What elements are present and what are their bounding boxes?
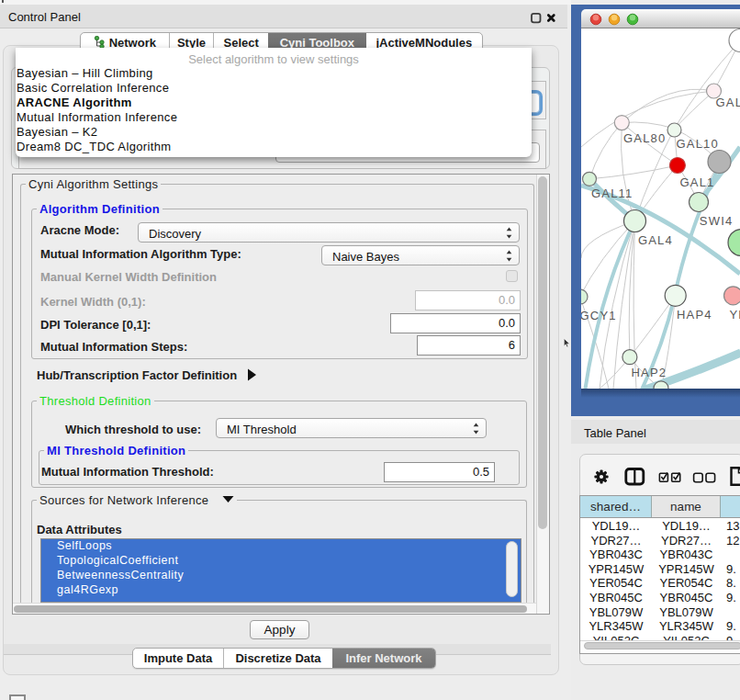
svg-text:SWI4: SWI4 (700, 214, 734, 228)
svg-text:GAL11: GAL11 (591, 186, 633, 200)
svg-text:GAL4: GAL4 (638, 233, 673, 247)
svg-text:GAL1: GAL1 (680, 175, 715, 189)
svg-text:GCY1: GCY1 (581, 309, 617, 322)
svg-text:GAL80: GAL80 (623, 131, 666, 145)
svg-text:YL: YL (730, 308, 740, 322)
svg-text:HAP4: HAP4 (677, 308, 712, 322)
svg-text:HAP2: HAP2 (632, 366, 667, 379)
svg-text:GAL10: GAL10 (677, 137, 719, 151)
svg-text:GAL7: GAL7 (716, 96, 740, 109)
